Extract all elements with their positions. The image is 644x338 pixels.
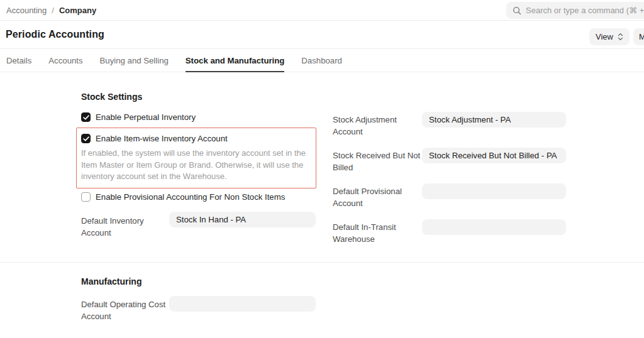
checkbox-row-enable-perpetual-inventory[interactable]: Enable Perpetual Inventory [81,112,196,122]
menu-button[interactable]: M [633,28,644,45]
tabs-bar: Details Accounts Buying and Selling Stoc… [0,49,644,72]
app-window: Accounting / Company Periodic Accounting… [0,0,644,338]
top-bar: Accounting / Company [0,0,644,21]
stock-received-but-not-billed-input[interactable]: Stock Received But Not Billed - PA [422,148,566,163]
section-divider [0,262,644,263]
checkbox-label: Enable Perpetual Inventory [96,112,196,122]
view-button[interactable]: View [589,28,630,45]
checkmark-icon [83,115,89,120]
checkbox-enable-provisional-accounting[interactable] [81,192,91,202]
default-in-transit-warehouse-label: Default In-Transit Warehouse [333,222,424,245]
default-operating-cost-account-input[interactable] [169,296,316,312]
checkbox-row-enable-item-wise-inventory-account[interactable]: Enable Item-wise Inventory Account [81,134,228,143]
checkbox-enable-perpetual-inventory[interactable] [81,112,91,122]
breadcrumb: Accounting / Company [6,6,96,15]
stock-settings-heading: Stock Settings [81,92,142,102]
checkbox-row-enable-provisional-accounting[interactable]: Enable Provisional Accounting For Non St… [81,192,285,202]
stock-adjustment-account-input[interactable]: Stock Adjustment - PA [422,112,566,128]
breadcrumb-company[interactable]: Company [59,6,96,15]
default-in-transit-warehouse-input[interactable] [422,219,566,235]
title-bar: Periodic Accounting View M [0,21,644,49]
tab-accounts[interactable]: Accounts [48,49,82,72]
search-input[interactable] [526,6,644,15]
tab-stock-and-manufacturing[interactable]: Stock and Manufacturing [186,49,285,72]
default-inventory-account-input[interactable]: Stock In Hand - PA [169,212,316,227]
breadcrumb-accounting[interactable]: Accounting [6,6,47,15]
default-operating-cost-account-label: Default Operating Cost Account [81,299,169,322]
default-provisional-account-input[interactable] [422,183,566,199]
tab-details[interactable]: Details [6,49,31,72]
manufacturing-heading: Manufacturing [81,276,142,286]
tab-buying-and-selling[interactable]: Buying and Selling [100,49,169,72]
menu-button-label: M [639,32,644,41]
view-button-label: View [596,32,613,41]
default-inventory-account-label: Default Inventory Account [81,215,166,239]
page-title: Periodic Accounting [6,29,104,40]
item-wise-inventory-description: If enabled, the system will use the inve… [81,148,316,183]
breadcrumb-separator: / [52,6,54,15]
default-provisional-account-label: Default Provisional Account [333,186,424,209]
checkmark-icon [83,136,89,141]
global-search[interactable] [506,2,644,19]
stock-adjustment-account-label: Stock Adjustment Account [333,114,424,138]
search-icon [513,6,521,15]
checkbox-label: Enable Item-wise Inventory Account [96,134,228,143]
stock-received-but-not-billed-label: Stock Received But Not Billed [333,150,424,173]
checkbox-enable-item-wise-inventory-account[interactable] [81,134,91,143]
checkbox-label: Enable Provisional Accounting For Non St… [96,192,285,202]
tab-dashboard[interactable]: Dashboard [301,49,342,72]
chevron-updown-icon [618,33,623,41]
